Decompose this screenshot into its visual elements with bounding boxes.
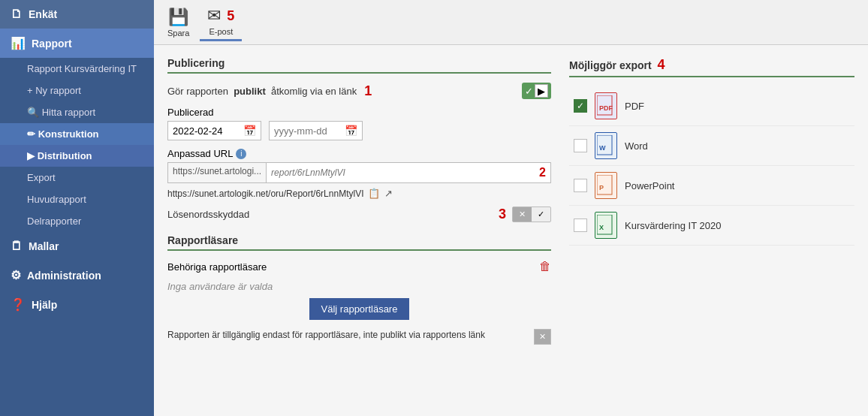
readers-label: Behöriga rapportläsare	[167, 261, 267, 273]
sidebar-sub-ny-rapport[interactable]: + Ny rapport	[0, 80, 154, 101]
delete-readers-icon[interactable]: 🗑	[539, 260, 551, 273]
export-item-word: W Word	[569, 126, 854, 166]
date-row: 📅 📅	[167, 121, 551, 140]
right-panel: Möjliggör export 4 PDF PDF	[569, 57, 854, 404]
rapport-icon: 📊	[11, 36, 26, 50]
url-label: Anpassad URL i	[167, 148, 551, 159]
enkät-icon: 🗋	[11, 8, 23, 21]
export-check-pdf[interactable]	[574, 99, 587, 113]
url-input-row: https://sunet.artologi... 2	[167, 162, 551, 183]
sidebar-sub-huvudrapport[interactable]: Huvudrapport	[0, 188, 154, 210]
sidebar-sub-hitta-rapport[interactable]: 🔍 Hitta rapport	[0, 101, 154, 123]
sidebar-item-enkät[interactable]: 🗋 Enkät	[0, 0, 154, 29]
svg-text:W: W	[599, 144, 606, 152]
save-button[interactable]: 💾 Spara	[160, 5, 197, 41]
copy-url-icon[interactable]: 📋	[368, 188, 380, 199]
restrict-off-btn[interactable]: ✕	[535, 330, 550, 344]
sidebar-item-hjälp[interactable]: ❓ Hjälp	[0, 290, 154, 319]
date-to-field[interactable]: 📅	[269, 121, 363, 140]
calendar-to-icon[interactable]: 📅	[345, 125, 357, 137]
info-icon[interactable]: i	[236, 149, 246, 159]
word-file-icon: W	[595, 132, 617, 159]
pdf-file-icon: PDF	[595, 92, 617, 119]
date-from-input[interactable]	[173, 125, 240, 137]
restrict-text: Rapporten är tillgänglig endast för rapp…	[167, 329, 528, 342]
toggle-check-icon: ✓	[525, 86, 533, 97]
export-header: Möjliggör export 4	[569, 57, 854, 77]
email-button[interactable]: ✉ 5 E-post	[200, 3, 242, 39]
sidebar-item-label: Mallar	[29, 240, 59, 252]
sidebar-sub-distribution[interactable]: ▶ Distribution	[0, 145, 154, 167]
export-item-excel: X Kursvärdering IT 2020	[569, 206, 854, 246]
email-tab[interactable]: ✉ 5 E-post	[200, 3, 242, 41]
sidebar-item-mallar[interactable]: 🗒 Mallar	[0, 232, 154, 261]
export-check-excel[interactable]	[574, 219, 587, 232]
content-area: Publicering Gör rapporten publikt åtkoml…	[154, 45, 868, 416]
left-panel: Publicering Gör rapporten publikt åtkoml…	[167, 57, 551, 404]
email-icon: ✉	[207, 6, 221, 26]
open-url-icon[interactable]: ↗	[384, 188, 393, 199]
export-label-excel: Kursvärdering IT 2020	[625, 220, 721, 231]
password-label: Lösenordsskyddad	[167, 209, 496, 220]
readers-header-row: Behöriga rapportläsare 🗑	[167, 260, 551, 273]
mallar-icon: 🗒	[11, 240, 23, 253]
sidebar-item-label: Rapport	[32, 38, 72, 50]
sidebar-item-rapport[interactable]: 📊 Rapport	[0, 29, 154, 58]
export-label-ppt: PowerPoint	[625, 180, 674, 191]
save-icon: 💾	[168, 8, 188, 27]
sidebar-sub-kursvardering[interactable]: Rapport Kursvärdering IT	[0, 58, 154, 80]
sidebar: 🗋 Enkät 📊 Rapport Rapport Kursvärdering …	[0, 0, 154, 416]
main-panel: 💾 Spara ✉ 5 E-post Publicering Gör rappo	[154, 0, 868, 416]
password-on-btn[interactable]: ✓	[532, 207, 550, 222]
url-path-input[interactable]	[267, 163, 532, 182]
rapportläsare-header: Rapportläsare	[167, 234, 551, 251]
public-toggle-row: Gör rapporten publikt åtkomlig via en lä…	[167, 83, 551, 99]
toolbar: 💾 Spara ✉ 5 E-post	[154, 0, 868, 45]
password-off-btn[interactable]: ✕	[513, 207, 532, 222]
svg-text:X: X	[599, 224, 604, 231]
public-toggle-switch[interactable]: ✓ ▶	[522, 83, 551, 99]
published-label: Publicerad	[167, 107, 551, 118]
sidebar-item-label: Administration	[27, 270, 101, 282]
sidebar-item-administration[interactable]: ⚙ Administration	[0, 261, 154, 290]
svg-text:PDF: PDF	[599, 104, 613, 112]
admin-icon: ⚙	[11, 268, 21, 282]
ppt-file-icon: P	[595, 172, 617, 199]
url-section: Anpassad URL i https://sunet.artologi...…	[167, 148, 551, 199]
url-base-text: https://sunet.artologi...	[168, 163, 267, 182]
sidebar-item-label: Enkät	[29, 8, 57, 20]
sidebar-sub-konstruktion[interactable]: ✏ Konstruktion	[0, 123, 154, 145]
svg-text:P: P	[599, 184, 604, 191]
export-label-word: Word	[625, 140, 648, 152]
export-check-word[interactable]	[574, 139, 587, 152]
export-list: PDF PDF W Word	[569, 86, 854, 246]
date-from-field[interactable]: 📅	[167, 121, 261, 140]
choose-readers-button[interactable]: Välj rapportläsare	[309, 298, 410, 320]
date-to-input[interactable]	[274, 125, 342, 137]
sidebar-item-label: Hjälp	[32, 299, 57, 311]
help-icon: ❓	[11, 297, 26, 312]
readers-placeholder: Inga användare är valda	[167, 278, 551, 298]
sidebar-sub-delrapporter[interactable]: Delrapporter	[0, 210, 154, 232]
public-toggle-label: Gör rapporten publikt åtkomlig via en lä…	[167, 86, 357, 97]
calendar-from-icon[interactable]: 📅	[243, 125, 256, 137]
restrict-row: Rapporten är tillgänglig endast för rapp…	[167, 329, 551, 345]
export-label-pdf: PDF	[625, 101, 644, 112]
url-full-row: https://sunet.artologik.net/oru/Report/6…	[167, 188, 551, 199]
password-toggle: ✕ ✓	[512, 206, 551, 222]
export-item-ppt: P PowerPoint	[569, 166, 854, 206]
excel-file-icon: X	[595, 212, 617, 239]
export-check-ppt[interactable]	[574, 179, 587, 192]
publicering-header: Publicering	[167, 57, 551, 74]
password-row: Lösenordsskyddad 3 ✕ ✓	[167, 206, 551, 222]
restrict-toggle: ✕	[534, 329, 551, 345]
sidebar-sub-export[interactable]: Export	[0, 167, 154, 188]
toggle-box: ▶	[535, 84, 548, 98]
export-item-pdf: PDF PDF	[569, 86, 854, 126]
